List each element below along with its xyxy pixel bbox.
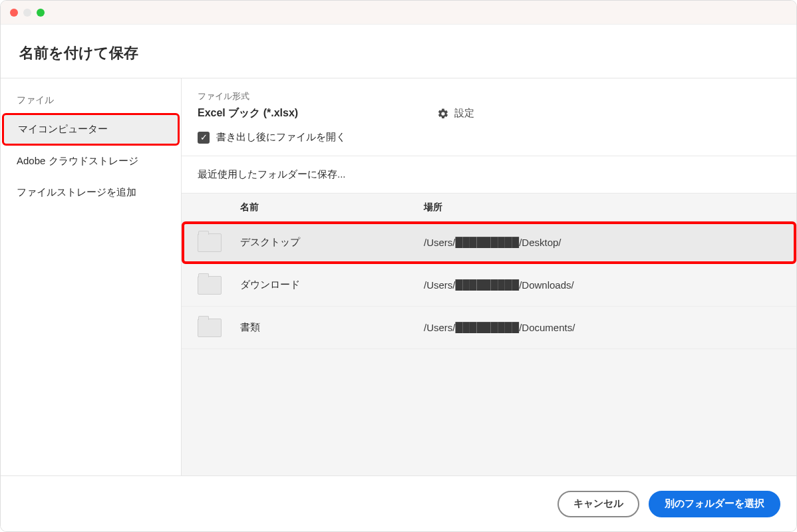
sidebar-item-label: Adobe クラウドストレージ — [17, 155, 138, 166]
dialog-footer: キャンセル 別のフォルダーを選択 — [1, 475, 796, 531]
list-header-row: 名前 場所 — [182, 194, 796, 221]
file-type-section: ファイル形式 Excel ブック (*.xlsx) 設定 ✓ 書き出し後にファイ… — [182, 78, 796, 156]
folder-name: ダウンロード — [240, 279, 424, 291]
recent-folders-heading: 最近使用したフォルダーに保存... — [182, 156, 796, 193]
checkbox-label: 書き出し後にファイルを開く — [216, 131, 346, 144]
folder-row-documents[interactable]: 書類 /Users/█████████/Documents/ — [182, 307, 796, 349]
sidebar-item-adobe-cloud[interactable]: Adobe クラウドストレージ — [1, 146, 181, 177]
settings-label: 設定 — [454, 107, 474, 120]
column-header-name[interactable]: 名前 — [240, 201, 424, 213]
gear-icon — [437, 108, 449, 120]
checkbox-checked-icon: ✓ — [198, 132, 210, 144]
open-after-export-checkbox[interactable]: ✓ 書き出し後にファイルを開く — [198, 131, 780, 144]
folder-location: /Users/█████████/Desktop/ — [424, 237, 780, 248]
folder-icon — [198, 233, 222, 252]
folder-row-desktop[interactable]: デスクトップ /Users/█████████/Desktop/ — [182, 221, 796, 264]
main-panel: ファイル形式 Excel ブック (*.xlsx) 設定 ✓ 書き出し後にファイ… — [182, 78, 796, 475]
folder-row-downloads[interactable]: ダウンロード /Users/█████████/Downloads/ — [182, 264, 796, 307]
sidebar-item-label: マイコンピューター — [18, 123, 108, 134]
save-as-dialog: 名前を付けて保存 ファイル マイコンピューター Adobe クラウドストレージ … — [0, 0, 797, 532]
window-titlebar — [1, 1, 796, 25]
cancel-button[interactable]: キャンセル — [558, 491, 639, 517]
folder-location: /Users/█████████/Downloads/ — [424, 279, 780, 291]
file-type-label: ファイル形式 — [198, 90, 780, 102]
folder-icon — [198, 276, 222, 295]
folder-location: /Users/█████████/Documents/ — [424, 322, 780, 333]
choose-other-folder-button[interactable]: 別のフォルダーを選択 — [649, 491, 780, 517]
sidebar-section-label: ファイル — [1, 88, 181, 113]
dialog-title: 名前を付けて保存 — [19, 43, 778, 63]
sidebar-item-my-computer[interactable]: マイコンピューター — [2, 113, 180, 146]
sidebar: ファイル マイコンピューター Adobe クラウドストレージ ファイルストレージ… — [1, 78, 182, 475]
zoom-window-button[interactable] — [37, 9, 45, 17]
file-type-settings-button[interactable]: 設定 — [437, 107, 474, 120]
folder-name: デスクトップ — [240, 236, 424, 249]
recent-folders-list: 名前 場所 デスクトップ /Users/█████████/Desktop/ ダ… — [182, 193, 796, 475]
window-controls — [10, 9, 45, 17]
sidebar-item-add-storage[interactable]: ファイルストレージを追加 — [1, 177, 181, 208]
close-window-button[interactable] — [10, 9, 18, 17]
folder-name: 書類 — [240, 321, 424, 334]
dialog-header: 名前を付けて保存 — [1, 25, 796, 78]
file-type-value[interactable]: Excel ブック (*.xlsx) — [198, 106, 437, 120]
dialog-body: ファイル マイコンピューター Adobe クラウドストレージ ファイルストレージ… — [1, 78, 796, 475]
folder-icon — [198, 319, 222, 337]
column-header-location[interactable]: 場所 — [424, 201, 780, 213]
sidebar-item-label: ファイルストレージを追加 — [17, 186, 136, 198]
minimize-window-button[interactable] — [23, 9, 31, 17]
